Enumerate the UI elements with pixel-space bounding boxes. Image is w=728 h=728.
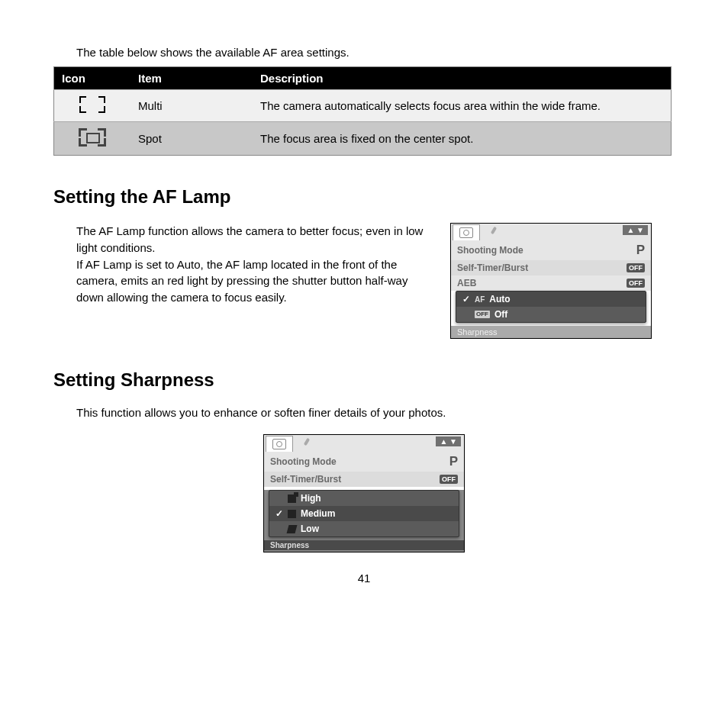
camera-tab[interactable] [266, 436, 293, 452]
camera-icon [272, 439, 286, 449]
check-icon: ✓ [462, 294, 470, 304]
settings-tab[interactable] [483, 224, 509, 240]
sharpness-popup: High ✓ Medium Low [269, 490, 459, 537]
wrench-icon [491, 227, 501, 237]
option-high[interactable]: High [269, 491, 459, 506]
option-label: Low [301, 523, 319, 534]
scroll-indicator: ▲ ▼ [623, 225, 648, 235]
af-area-table: Icon Item Description Multi The camera a… [53, 66, 672, 156]
option-label: High [301, 493, 321, 504]
af-table-intro: The table below shows the available AF a… [76, 46, 675, 59]
option-label: Off [494, 309, 507, 320]
af-lamp-text: The AF Lamp function allows the camera t… [76, 223, 435, 306]
heading-sharpness: Setting Sharpness [53, 369, 675, 391]
col-icon: Icon [54, 67, 131, 90]
item-multi: Multi [130, 90, 253, 122]
label-shooting-mode: Shooting Mode [270, 456, 337, 467]
desc-multi: The camera automatically selects focus a… [253, 90, 672, 122]
option-label: Auto [489, 294, 510, 304]
desc-spot: The focus area is fixed on the center sp… [253, 122, 672, 156]
camera-icon [459, 227, 473, 238]
page-number: 41 [53, 572, 675, 585]
value-p: P [636, 243, 645, 258]
cutoff-row: Sharpness [451, 326, 651, 338]
col-item: Item [130, 67, 253, 90]
label-self-timer: Self-Timer/Burst [270, 474, 341, 485]
check-icon: ✓ [275, 508, 283, 519]
cutoff-row: Sharpness [264, 540, 464, 550]
col-description: Description [253, 67, 672, 90]
badge-off: OFF [627, 263, 645, 272]
badge-off: OFF [627, 279, 645, 288]
row-self-timer[interactable]: Self-Timer/Burst OFF [264, 472, 464, 487]
label-aeb: AEB [457, 278, 476, 288]
option-medium[interactable]: ✓ Medium [269, 506, 459, 521]
sharpness-lcd: ▲ ▼ Shooting Mode P Self-Timer/Burst OFF… [263, 434, 465, 552]
heading-af-lamp: Setting the AF Lamp [53, 186, 675, 208]
value-p: P [449, 454, 458, 469]
row-self-timer[interactable]: Self-Timer/Burst OFF [451, 260, 651, 275]
multi-af-icon [79, 96, 105, 113]
wrench-icon [304, 438, 314, 449]
row-aeb[interactable]: AEB OFF [451, 275, 651, 291]
table-row: Spot The focus area is fixed on the cent… [54, 122, 672, 156]
sharpness-high-icon [288, 494, 296, 503]
sharpness-medium-icon [288, 510, 296, 518]
row-shooting-mode[interactable]: Shooting Mode P [451, 240, 651, 260]
off-badge-icon: OFF [475, 311, 490, 318]
af-lamp-lcd: ▲ ▼ Shooting Mode P Self-Timer/Burst OFF… [450, 223, 652, 339]
sharpness-intro: This function allows you to enhance or s… [76, 406, 675, 419]
af-lamp-popup: ✓ AF Auto OFF Off [456, 291, 646, 323]
item-spot: Spot [130, 122, 253, 156]
camera-tab[interactable] [453, 224, 480, 240]
table-row: Multi The camera automatically selects f… [54, 90, 672, 122]
row-shooting-mode[interactable]: Shooting Mode P [264, 452, 464, 472]
spot-af-icon [79, 128, 106, 147]
option-auto[interactable]: ✓ AF Auto [456, 292, 646, 307]
option-low[interactable]: Low [269, 521, 459, 536]
settings-tab[interactable] [296, 436, 322, 451]
af-assist-icon: AF [475, 295, 485, 304]
label-shooting-mode: Shooting Mode [457, 245, 523, 256]
option-label: Medium [301, 508, 335, 519]
scroll-indicator: ▲ ▼ [436, 436, 461, 446]
option-off[interactable]: OFF Off [456, 307, 646, 322]
label-self-timer: Self-Timer/Burst [457, 263, 528, 273]
badge-off: OFF [440, 475, 458, 484]
sharpness-low-icon [287, 525, 298, 533]
